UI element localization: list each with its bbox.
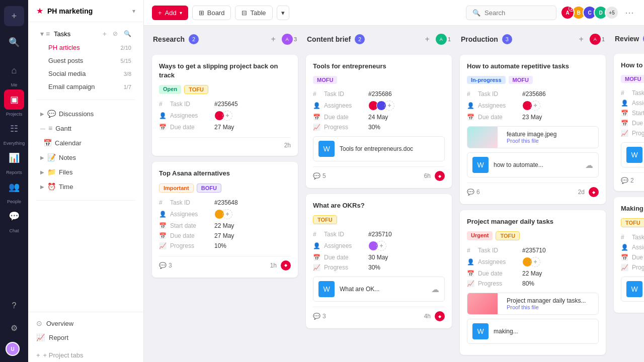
attachment-info-3: Tools for entrepreneurs.doc bbox=[340, 145, 439, 152]
progress-icon: 📈 bbox=[159, 242, 166, 249]
task-id-label-8: Task ID bbox=[632, 234, 644, 241]
column-header-research: Research 2 + A 3 bbox=[152, 34, 298, 49]
row-due-date-7: 📅 Due date bbox=[621, 118, 644, 128]
row-task-id-3: # Task ID #235686 bbox=[313, 89, 445, 99]
report-icon: 📈 bbox=[36, 333, 45, 341]
report-item[interactable]: 📈 Report bbox=[36, 330, 135, 344]
add-button[interactable]: + bbox=[4, 6, 24, 26]
row-assignees-2: 👤 Assignees + bbox=[159, 208, 291, 221]
discussions-icon: 💬 bbox=[47, 110, 56, 118]
projects-button[interactable]: ▣ bbox=[4, 89, 24, 110]
ph-articles-label: PH articles bbox=[48, 44, 121, 51]
task-id-label: Task ID bbox=[478, 90, 518, 98]
reports-button[interactable]: 📊 bbox=[4, 148, 24, 168]
calendar-header[interactable]: 📅 Calendar bbox=[32, 136, 139, 150]
gantt-header[interactable]: — ≡ Gantt bbox=[32, 121, 139, 135]
comment-count-2: 3 bbox=[169, 262, 172, 269]
task-id-value-1: #235645 bbox=[214, 101, 291, 108]
comment-button-5[interactable]: 💬 6 bbox=[467, 189, 480, 196]
tasks-header[interactable]: ▾ ≡ Tasks + ⊘ 🔍 bbox=[32, 27, 139, 41]
content-brief-add-button[interactable]: + bbox=[423, 34, 432, 45]
plus-icon: + bbox=[36, 351, 40, 359]
add-assignee-2[interactable]: + bbox=[222, 209, 232, 219]
sidebar-item-social-media[interactable]: Social media 3/8 bbox=[32, 67, 139, 80]
more-menu-button[interactable]: ⋯ bbox=[623, 5, 636, 20]
search-input[interactable] bbox=[485, 9, 550, 17]
search-button[interactable]: 🔍 bbox=[4, 32, 24, 52]
attachment-name-4: What are OK... bbox=[340, 286, 426, 293]
board-label: Board bbox=[207, 9, 225, 17]
notes-header[interactable]: ▶ 📝 Notes bbox=[32, 150, 139, 164]
add-assignee-4[interactable]: + bbox=[376, 241, 386, 251]
row-due-date-4: 📅 Due date 30 May bbox=[313, 252, 445, 262]
tasks-icon: ▾ ≡ bbox=[40, 30, 50, 38]
board-button[interactable]: ⊞ Board bbox=[192, 6, 231, 20]
card-tags-8: TOFU bbox=[621, 218, 644, 227]
add-project-tabs[interactable]: + + Project tabs bbox=[28, 348, 143, 362]
assignees-label: Assignees bbox=[170, 112, 210, 119]
overview-item[interactable]: ⊙ Overview bbox=[36, 316, 135, 330]
comment-button-3[interactable]: 💬 5 bbox=[313, 172, 326, 179]
proof-link-5[interactable]: Proof this file bbox=[507, 138, 594, 144]
report-label: Report bbox=[49, 334, 68, 341]
settings-button[interactable]: ⚙ bbox=[4, 318, 24, 338]
people-button[interactable]: 👥 bbox=[4, 177, 24, 197]
project-title: PH marketing bbox=[47, 7, 128, 15]
user-avatar[interactable]: U bbox=[6, 342, 20, 356]
card-tags-7: MOFU bbox=[621, 75, 644, 83]
tasks-filter-icon[interactable]: ⊘ bbox=[113, 30, 118, 37]
add-assignee-6[interactable]: + bbox=[530, 257, 540, 267]
row-due-date-3: 📅 Due date 24 May bbox=[313, 112, 445, 122]
discussions-label: Discussions bbox=[59, 110, 131, 118]
tag-mofu-3: MOFU bbox=[313, 76, 337, 84]
sidebar-item-ph-articles[interactable]: PH articles 2/10 bbox=[32, 41, 139, 54]
column-content-brief: Content brief 2 + A 1 Tools for entrepre… bbox=[306, 34, 452, 354]
comment-button-7[interactable]: 💬 2 bbox=[621, 177, 634, 184]
card-title-8: Making mistak... bbox=[621, 204, 644, 213]
due-date-label: Due date bbox=[170, 124, 210, 131]
add-assignee-1[interactable]: + bbox=[222, 111, 232, 121]
due-date-label-8: Due date bbox=[632, 254, 644, 261]
chat-button[interactable]: 💬 bbox=[4, 206, 24, 226]
help-button[interactable]: ? bbox=[4, 296, 24, 316]
table-button[interactable]: ⊟ Table bbox=[235, 6, 272, 20]
research-add-button[interactable]: + bbox=[269, 34, 278, 45]
everything-button[interactable]: ☷ bbox=[4, 119, 24, 139]
content-brief-title: Content brief bbox=[307, 35, 351, 43]
hash-icon: # bbox=[621, 89, 628, 97]
thumb-image-5 bbox=[467, 127, 498, 148]
review-title: Review bbox=[615, 35, 639, 43]
add-button[interactable]: + Add ▾ bbox=[152, 6, 188, 20]
home-button[interactable]: ⌂ bbox=[4, 60, 24, 80]
project-header[interactable]: ★ PH marketing ▾ bbox=[28, 0, 143, 22]
row-assignees-7: 👤 Assignees bbox=[621, 98, 644, 108]
assignees-label: Assignees bbox=[170, 211, 210, 218]
thumb-attachment-5: feature image.jpeg Proof this file bbox=[467, 126, 599, 148]
more-views-button[interactable]: ▾ bbox=[277, 6, 289, 20]
start-date-label-7: Start date bbox=[632, 110, 644, 117]
proof-link-6[interactable]: Proof this file bbox=[507, 304, 594, 310]
files-header[interactable]: ▶ 📁 Files bbox=[32, 165, 139, 179]
due-date-label: Due date bbox=[324, 114, 364, 121]
add-assignee-3[interactable]: + bbox=[384, 101, 394, 111]
assignee-avatars-5: + bbox=[522, 101, 540, 111]
sidebar-item-email-campaign[interactable]: Email campaign 1/7 bbox=[32, 80, 139, 93]
column-research: Research 2 + A 3 Ways to get a slipping … bbox=[152, 34, 298, 354]
due-date-value-4: 30 May bbox=[368, 254, 445, 261]
production-add-button[interactable]: + bbox=[577, 34, 586, 45]
time-header[interactable]: ▶ ⏰ Time bbox=[32, 179, 139, 194]
nav-sidebar: ★ PH marketing ▾ ▾ ≡ Tasks + ⊘ 🔍 PH arti… bbox=[28, 0, 144, 362]
discussions-header[interactable]: ▶ 💬 Discussions bbox=[32, 107, 139, 121]
comment-button-4[interactable]: 💬 3 bbox=[313, 313, 326, 320]
tasks-add-icon[interactable]: + bbox=[103, 30, 107, 38]
expand-icon: ▶ bbox=[40, 155, 44, 160]
sidebar-item-guest-posts[interactable]: Guest posts 5/15 bbox=[32, 54, 139, 67]
add-assignee-5[interactable]: + bbox=[530, 101, 540, 111]
content-brief-assignees: A 1 bbox=[436, 34, 451, 45]
comment-button-2[interactable]: 💬 3 bbox=[159, 262, 172, 269]
board-icon: ⊞ bbox=[199, 9, 204, 17]
content-brief-avatar: A bbox=[436, 34, 447, 45]
doc-icon-8: W bbox=[626, 281, 642, 297]
tasks-search-icon[interactable]: 🔍 bbox=[124, 30, 131, 37]
attachment-5b: W how to automate... ☁ bbox=[467, 152, 599, 177]
